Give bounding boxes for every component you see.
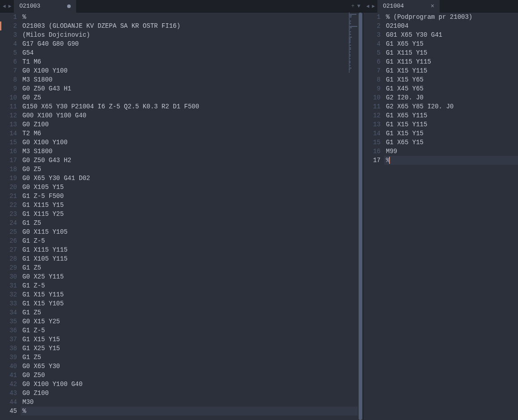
code-line[interactable]: G1 Z-5 F500: [21, 192, 363, 201]
code-line[interactable]: G0 X100 Y100: [21, 66, 363, 75]
code-line[interactable]: G17 G40 G80 G90: [21, 39, 363, 48]
code-line[interactable]: G1 X15 Y65: [384, 75, 518, 84]
code-line[interactable]: G2 X65 Y85 I20. J0: [384, 102, 518, 111]
line-number: 38: [0, 344, 17, 353]
code-line[interactable]: M99: [384, 147, 518, 156]
code-line[interactable]: G1 X115 Y25: [21, 210, 363, 219]
code-line[interactable]: %: [21, 407, 363, 416]
code-line[interactable]: G0 Z100: [21, 120, 363, 129]
line-number: 9: [0, 84, 17, 93]
code-line[interactable]: G0 Z100: [21, 389, 363, 398]
code-line[interactable]: G1 X15 Y15: [21, 335, 363, 344]
code-line[interactable]: G1 X115 Y15: [21, 201, 363, 210]
code-line[interactable]: G0 X65 Y30 G41 D02: [21, 174, 363, 183]
code-line[interactable]: O21003 (GLODANJE KV DZEPA SA KR OSTR FI1…: [21, 21, 363, 30]
scrollbar-thumb[interactable]: [359, 13, 362, 420]
code-line[interactable]: G00 X100 Y100 G40: [21, 111, 363, 120]
editor-split-container: ◀ ▶ O21003 + ▼ 1234567891011121314151617…: [0, 0, 518, 420]
left-code-area[interactable]: %O21003 (GLODANJE KV DZEPA SA KR OSTR FI…: [21, 13, 363, 420]
code-line[interactable]: T2 M6: [21, 129, 363, 138]
code-line[interactable]: G0 X25 Y115: [21, 272, 363, 281]
tab-o21003[interactable]: O21003: [14, 0, 77, 13]
line-number: 43: [0, 389, 17, 398]
code-line[interactable]: M3 S1800: [21, 147, 363, 156]
line-number: 7: [364, 66, 381, 75]
code-line[interactable]: G2 I20. J0: [384, 93, 518, 102]
right-editor-body[interactable]: 1234567891011121314151617 % (Podprogram …: [364, 13, 518, 420]
line-number: 29: [0, 263, 17, 272]
code-line[interactable]: M30: [21, 398, 363, 407]
code-line[interactable]: G0 Z50: [21, 371, 363, 380]
line-number: 14: [364, 129, 381, 138]
tab-next-icon[interactable]: ▶: [8, 2, 13, 10]
code-line[interactable]: G1 X25 Y15: [21, 344, 363, 353]
code-line[interactable]: G1 X45 Y65: [384, 84, 518, 93]
line-number: 16: [364, 147, 381, 156]
line-number: 20: [0, 183, 17, 192]
code-line[interactable]: G54: [21, 48, 363, 57]
code-line[interactable]: (Milos Dojcinovic): [21, 30, 363, 39]
code-line[interactable]: G1 X105 Y115: [21, 254, 363, 263]
code-line[interactable]: G0 X105 Y15: [21, 183, 363, 192]
code-line[interactable]: G1 Z5: [21, 308, 363, 317]
code-line[interactable]: G0 Z5: [21, 93, 363, 102]
line-number: 14: [0, 129, 17, 138]
code-line[interactable]: G0 X100 Y100 G40: [21, 380, 363, 389]
right-pane: ◀ ▶ O21004 × 1234567891011121314151617 %…: [364, 0, 518, 420]
code-line[interactable]: G0 Z5: [21, 165, 363, 174]
code-line[interactable]: G1 X15 Y115: [21, 290, 363, 299]
code-line[interactable]: O21004: [384, 21, 518, 30]
code-line[interactable]: G1 Z5: [21, 263, 363, 272]
tab-o21004[interactable]: O21004 ×: [377, 0, 440, 13]
line-number: 25: [0, 227, 17, 236]
code-line[interactable]: G1 X115 Y115: [384, 57, 518, 66]
code-line[interactable]: T1 M6: [21, 57, 363, 66]
code-line[interactable]: G1 X15 Y115: [384, 66, 518, 75]
code-line[interactable]: G1 Z5: [21, 353, 363, 362]
code-line[interactable]: G150 X65 Y30 P21004 I6 Z-5 Q2.5 K0.3 R2 …: [21, 102, 363, 111]
right-code-area[interactable]: % (Podprogram pr 21003)O21004G01 X65 Y30…: [384, 13, 518, 420]
code-line[interactable]: G01 X65 Y30 G41: [384, 30, 518, 39]
code-line[interactable]: G1 X65 Y15: [384, 39, 518, 48]
code-line[interactable]: %: [384, 156, 518, 165]
code-line[interactable]: % (Podprogram pr 21003): [384, 13, 518, 21]
code-line[interactable]: G0 X15 Y25: [21, 317, 363, 326]
gutter-change-marker: [0, 21, 1, 30]
tab-prev-icon[interactable]: ◀: [365, 2, 370, 10]
vertical-scrollbar[interactable]: [358, 13, 363, 420]
code-line[interactable]: %: [21, 13, 363, 21]
line-number: 1: [364, 13, 381, 21]
line-number: 35: [0, 317, 17, 326]
code-line[interactable]: G1 X15 Y105: [21, 299, 363, 308]
line-number: 11: [0, 102, 17, 111]
code-line[interactable]: G1 X115 Y15: [384, 48, 518, 57]
code-line[interactable]: G1 X115 Y115: [21, 245, 363, 254]
tab-prev-icon[interactable]: ◀: [2, 2, 7, 10]
line-number: 41: [0, 371, 17, 380]
code-line[interactable]: G1 X65 Y15: [384, 138, 518, 147]
code-line[interactable]: G1 X15 Y15: [384, 129, 518, 138]
code-line[interactable]: G0 X115 Y105: [21, 227, 363, 236]
code-line[interactable]: G1 Z5: [21, 219, 363, 227]
code-line[interactable]: G0 X100 Y100: [21, 138, 363, 147]
right-gutter: 1234567891011121314151617: [364, 13, 384, 420]
close-tab-icon[interactable]: ×: [431, 3, 434, 9]
new-tab-icon[interactable]: +: [351, 3, 355, 9]
code-line[interactable]: G0 Z50 G43 H1: [21, 84, 363, 93]
code-line[interactable]: G0 X65 Y30: [21, 362, 363, 371]
tab-menu-icon[interactable]: ▼: [357, 3, 360, 9]
left-editor-body[interactable]: 1234567891011121314151617181920212223242…: [0, 13, 363, 420]
code-line[interactable]: G1 X65 Y115: [384, 111, 518, 120]
line-number: 21: [0, 192, 17, 201]
code-line[interactable]: G1 Z-5: [21, 281, 363, 290]
line-number: 15: [364, 138, 381, 147]
code-line[interactable]: M3 S1800: [21, 75, 363, 84]
code-line[interactable]: G1 X15 Y115: [384, 120, 518, 129]
line-number: 31: [0, 281, 17, 290]
line-number: 39: [0, 353, 17, 362]
line-number: 16: [0, 147, 17, 156]
code-line[interactable]: G1 Z-5: [21, 236, 363, 245]
code-line[interactable]: G1 Z-5: [21, 326, 363, 335]
tab-next-icon[interactable]: ▶: [371, 2, 376, 10]
code-line[interactable]: G0 Z50 G43 H2: [21, 156, 363, 165]
